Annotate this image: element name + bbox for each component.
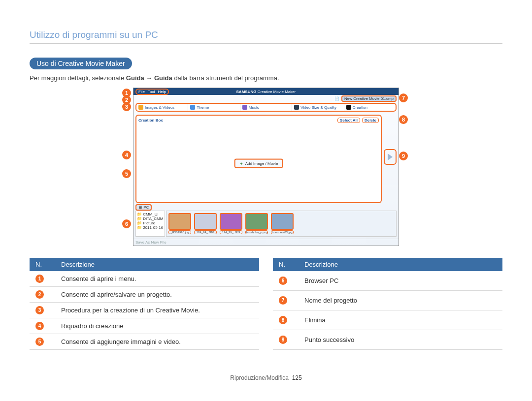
row-description: Procedura per la creazione di un Creativ… bbox=[55, 303, 259, 318]
thumbnail-caption: brushpho_p.png bbox=[245, 230, 268, 234]
row-description: Consente di aprire i menu. bbox=[55, 271, 259, 287]
table-row: 1Consente di aprire i menu. bbox=[30, 271, 259, 287]
thumbnail[interactable]: brushpho_p.png bbox=[245, 213, 268, 234]
subtext-guida1: Guida bbox=[126, 74, 144, 82]
step-label: Video Size & Quality bbox=[300, 105, 336, 110]
menu-file[interactable]: File bbox=[138, 90, 145, 94]
table-row: 5Consente di aggiungere immagini e video… bbox=[30, 334, 259, 350]
step-5[interactable]: Creation bbox=[344, 104, 396, 111]
row-description: Riquadro di creazione bbox=[55, 318, 259, 334]
step-label: Theme bbox=[197, 105, 209, 110]
file-browser: 📁 CMM_UI📁 DITA_CMM📁 Picture📁 2011-05-16 … bbox=[135, 211, 397, 237]
footer-page-number: 125 bbox=[292, 374, 302, 381]
creation-box: Creation Box Select All Delete ＋ Add Ima… bbox=[135, 115, 382, 203]
callout-8: 8 bbox=[399, 115, 408, 124]
project-bar: 📄New Creative Movie 01.cmp bbox=[133, 95, 399, 102]
thumbnail-caption: _R503998.jpg bbox=[168, 230, 191, 234]
step-1[interactable]: Images & Videos bbox=[136, 104, 188, 111]
subtext-pre: Per maggiori dettagli, selezionate bbox=[30, 74, 126, 82]
row-number-badge: 7 bbox=[279, 296, 287, 305]
step-4[interactable]: Video Size & Quality bbox=[292, 104, 344, 111]
tree-item[interactable]: 📁 CMM_UI bbox=[137, 212, 164, 216]
table-left: N. Descrizione 1Consente di aprire i men… bbox=[30, 258, 259, 350]
table-row: 6Browser PC bbox=[273, 271, 502, 290]
step-2[interactable]: Theme bbox=[188, 104, 240, 111]
table-row: 8Elimina bbox=[273, 310, 502, 330]
thumbnail[interactable]: _R503998.jpg bbox=[168, 213, 191, 234]
plus-icon: ＋ bbox=[239, 160, 243, 166]
row-description: Nome del progetto bbox=[299, 290, 502, 310]
menu-help[interactable]: Help bbox=[158, 90, 166, 94]
thumbnail-strip: _R503998.jpg124_24_.JPG124_29_.JPGbrushp… bbox=[166, 211, 397, 237]
thumbnail[interactable]: 124_24_.JPG bbox=[194, 213, 217, 234]
subtext-arrow: → bbox=[144, 74, 154, 82]
thumbnail-caption: 124_24_.JPG bbox=[194, 230, 217, 234]
row-description: Consente di aprire/salvare un progetto. bbox=[55, 287, 259, 303]
row-number-badge: 5 bbox=[35, 338, 44, 346]
callout-9: 9 bbox=[399, 152, 408, 160]
step-label: Images & Videos bbox=[145, 105, 174, 110]
step-icon bbox=[138, 105, 143, 110]
tree-item[interactable]: 📁 Picture bbox=[137, 221, 164, 225]
step-label: Music bbox=[249, 105, 259, 110]
delete-button[interactable]: Delete bbox=[362, 118, 379, 123]
row-description: Browser PC bbox=[299, 271, 502, 290]
section-subtext: Per maggiori dettagli, selezionate Guida… bbox=[30, 74, 502, 82]
subtext-guida2: Guida bbox=[154, 74, 172, 82]
project-name: New Creative Movie 01.cmp bbox=[341, 95, 397, 102]
pc-browser-tag[interactable]: 🖥 PC bbox=[135, 204, 152, 211]
next-step-button[interactable] bbox=[384, 149, 397, 165]
callout-3: 3 bbox=[122, 102, 131, 111]
annotated-screenshot: 123456 789 FileToolHelp SAMSUNG Creative… bbox=[133, 88, 399, 246]
table-row: 9Punto successivo bbox=[273, 330, 502, 349]
thumbnail-caption: 124_29_.JPG bbox=[220, 230, 242, 234]
step-icon bbox=[242, 105, 247, 110]
col-desc: Descrizione bbox=[55, 258, 259, 271]
row-number-badge: 2 bbox=[35, 290, 44, 299]
thumbnail[interactable]: bounders03.jpg bbox=[271, 213, 294, 234]
tree-item[interactable]: 📁 2011-05-16 bbox=[137, 225, 164, 230]
col-num: N. bbox=[30, 258, 55, 271]
callout-7: 7 bbox=[399, 93, 408, 102]
callout-5: 5 bbox=[122, 169, 131, 178]
app-window-mock: FileToolHelp SAMSUNG Creative Movie Make… bbox=[133, 88, 399, 246]
table-row: 2Consente di aprire/salvare un progetto. bbox=[30, 287, 259, 303]
step-3[interactable]: Music bbox=[240, 104, 292, 111]
thumbnail-image bbox=[168, 213, 191, 230]
titlebar: FileToolHelp SAMSUNG Creative Movie Make… bbox=[133, 88, 399, 95]
step-label: Creation bbox=[353, 105, 367, 110]
pc-label: PC bbox=[143, 205, 149, 210]
row-description: Consente di aggiungere immagini e video. bbox=[55, 334, 259, 350]
thumbnail-image bbox=[220, 213, 242, 230]
thumbnail-image bbox=[194, 213, 217, 230]
col-desc: Descrizione bbox=[299, 258, 502, 271]
step-icon bbox=[190, 105, 195, 110]
row-number-badge: 9 bbox=[279, 336, 287, 344]
add-image-button[interactable]: ＋ Add Image / Movie bbox=[234, 158, 283, 168]
table-row: 3Procedura per la creazione di un Creati… bbox=[30, 303, 259, 318]
step-icon bbox=[346, 105, 351, 110]
step-strip: Images & VideosThemeMusicVideo Size & Qu… bbox=[135, 103, 397, 112]
folder-tree[interactable]: 📁 CMM_UI📁 DITA_CMM📁 Picture📁 2011-05-16 bbox=[135, 211, 165, 237]
titlebar-brand: SAMSUNG bbox=[236, 90, 257, 94]
footer-section: Riproduzione/Modifica bbox=[230, 374, 289, 381]
save-as-new-file[interactable]: Save As New File bbox=[135, 240, 166, 245]
row-number-badge: 8 bbox=[279, 316, 287, 324]
table-right: N. Descrizione 6Browser PC7Nome del prog… bbox=[273, 258, 502, 350]
section-pill: Uso di Creative Movie Maker bbox=[30, 58, 132, 69]
page-header: Utilizzo di programmi su un PC bbox=[30, 30, 502, 44]
thumbnail[interactable]: 124_29_.JPG bbox=[220, 213, 242, 234]
select-all-button[interactable]: Select All bbox=[337, 118, 360, 123]
callout-6: 6 bbox=[122, 219, 131, 228]
row-description: Punto successivo bbox=[299, 330, 502, 349]
description-tables: N. Descrizione 1Consente di aprire i men… bbox=[30, 258, 502, 350]
row-number-badge: 6 bbox=[279, 277, 287, 285]
subtext-post: dalla barra strumenti del programma. bbox=[172, 74, 279, 82]
row-number-badge: 3 bbox=[35, 306, 44, 314]
row-number-badge: 1 bbox=[35, 275, 44, 283]
tree-item[interactable]: 📁 DITA_CMM bbox=[137, 216, 164, 221]
table-row: 7Nome del progetto bbox=[273, 290, 502, 310]
menu-tool[interactable]: Tool bbox=[148, 90, 155, 94]
titlebar-app: Creative Movie Maker bbox=[258, 90, 296, 94]
add-button-label: Add Image / Movie bbox=[245, 161, 278, 165]
